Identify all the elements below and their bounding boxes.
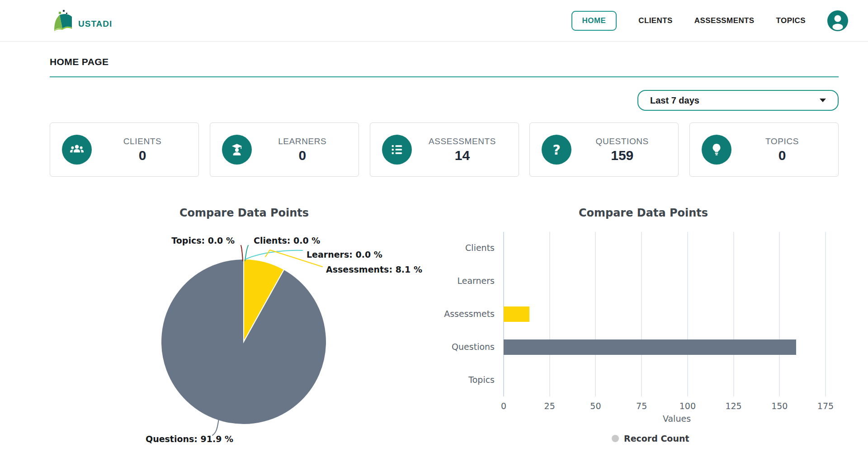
nav-item-topics[interactable]: TOPICS [776, 16, 806, 25]
brand-name: USTADI [78, 19, 112, 32]
bar-chart: Compare Data Points ClientsLearnersAsses… [443, 203, 859, 476]
bar-category-label-learners: Learners [457, 276, 495, 286]
leader-line-questions [212, 419, 219, 435]
bar-gridline-175 [825, 232, 826, 396]
bar-x-tick-0: 0 [501, 401, 506, 411]
nav-item-home[interactable]: HOME [571, 11, 617, 31]
question-icon: ? [542, 135, 571, 165]
bar-category-label-assessmets: Assessmets [444, 309, 495, 319]
user-avatar-icon[interactable] [827, 10, 848, 31]
stat-value: 14 [412, 148, 513, 163]
nav-item-assessments[interactable]: ASSESSMENTS [694, 16, 755, 25]
page-title: HOME PAGE [50, 57, 839, 67]
bar-x-tick-50: 50 [590, 401, 601, 411]
bar-x-tick-125: 125 [725, 401, 741, 411]
book-logo-icon [51, 10, 75, 32]
pie-chart: Compare Data Points Topics: 0.0 % Client… [68, 203, 420, 474]
stat-value: 0 [252, 148, 353, 163]
pie-callout-learners: Learners: 0.0 % [307, 250, 382, 259]
pie-slice-questions [161, 259, 326, 424]
stat-card-learners: LEARNERS 0 [210, 123, 359, 177]
legend-label: Record Count [624, 434, 689, 443]
stat-value: 0 [731, 148, 833, 163]
stat-value: 0 [92, 148, 193, 163]
bar-x-tick-175: 175 [817, 401, 834, 411]
legend-marker-icon [612, 435, 619, 442]
bar-gridline-75 [641, 232, 642, 396]
leader-line-topics [241, 245, 243, 261]
list-icon [382, 135, 412, 165]
primary-nav: HOME CLIENTS ASSESSMENTS TOPICS [571, 11, 806, 31]
bar-questions [504, 339, 796, 355]
bar-chart-title: Compare Data Points [443, 207, 844, 219]
stat-value: 159 [571, 148, 673, 163]
bar-gridline-25 [549, 232, 550, 396]
page-content: HOME PAGE Last 7 days CLIENTS 0 [50, 57, 839, 476]
bar-category-label-clients: Clients [465, 243, 495, 253]
stat-label: CLIENTS [92, 137, 193, 146]
bulb-icon [702, 135, 731, 165]
bar-gridline-150 [779, 232, 780, 396]
pie-chart-canvas [68, 203, 420, 474]
brand-logo[interactable]: USTADI [51, 10, 112, 32]
date-range-value: Last 7 days [650, 95, 699, 106]
bar-plot-area [504, 232, 850, 396]
title-divider [50, 76, 839, 77]
nav-item-clients[interactable]: CLIENTS [638, 16, 673, 25]
bar-x-tick-150: 150 [771, 401, 788, 411]
bar-legend: Record Count [612, 434, 689, 443]
chevron-down-icon [820, 99, 826, 102]
stat-label: ASSESSMENTS [412, 137, 513, 146]
bar-assessmets [504, 306, 529, 322]
stat-card-topics: TOPICS 0 [689, 123, 839, 177]
bar-gridline-50 [595, 232, 596, 396]
date-range-select[interactable]: Last 7 days [637, 90, 839, 111]
pie-callout-assessments: Assessments: 8.1 % [326, 264, 422, 274]
bar-category-label-questions: Questions [452, 342, 495, 352]
stat-label: QUESTIONS [571, 137, 673, 146]
bar-x-tick-100: 100 [679, 401, 696, 411]
stat-label: TOPICS [731, 137, 833, 146]
bar-gridline-125 [733, 232, 734, 396]
top-navbar: USTADI HOME CLIENTS ASSESSMENTS TOPICS [0, 0, 868, 42]
bar-x-tick-75: 75 [636, 401, 647, 411]
bar-x-axis-title: Values [504, 414, 850, 424]
bar-x-tick-25: 25 [544, 401, 555, 411]
graduate-icon [222, 135, 252, 165]
stat-card-assessments: ASSESSMENTS 14 [370, 123, 519, 177]
stat-card-clients: CLIENTS 0 [50, 123, 199, 177]
stat-cards-row: CLIENTS 0 LEARNERS 0 [50, 123, 839, 177]
pie-callout-topics: Topics: 0.0 % [171, 236, 235, 245]
people-group-icon [62, 135, 92, 165]
charts-section: Compare Data Points Topics: 0.0 % Client… [50, 203, 839, 476]
bar-gridline-100 [687, 232, 688, 396]
pie-callout-questions: Questions: 91.9 % [146, 434, 233, 444]
stat-label: LEARNERS [252, 137, 353, 146]
bar-category-label-topics: Topics [468, 375, 495, 385]
stat-card-questions: ? QUESTIONS 159 [529, 123, 679, 177]
pie-callout-clients: Clients: 0.0 % [254, 236, 320, 245]
filter-row: Last 7 days [50, 90, 839, 111]
